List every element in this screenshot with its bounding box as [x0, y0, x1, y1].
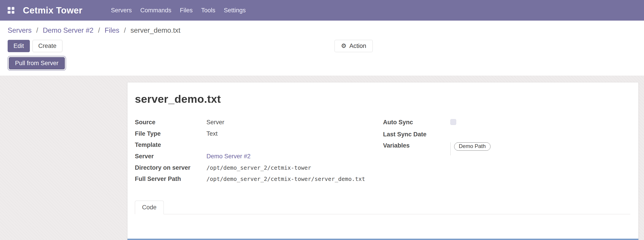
nav-item-commands[interactable]: Commands: [136, 0, 176, 21]
auto-sync-checkbox[interactable]: [450, 119, 456, 125]
content-area: server_demo.txt Source Server File Type …: [0, 76, 644, 240]
field-row-file-type: File Type Text: [135, 130, 373, 142]
breadcrumb-link-files[interactable]: Files: [104, 26, 119, 34]
field-row-server: Server Demo Server #2: [135, 153, 373, 165]
notebook-tabs: Code: [135, 201, 630, 214]
field-label-full-path: Full Server Path: [135, 176, 206, 187]
field-row-template: Template: [135, 142, 373, 153]
breadcrumb-separator: /: [98, 26, 100, 34]
form-sheet: server_demo.txt Source Server File Type …: [127, 82, 638, 240]
pull-from-server-button[interactable]: Pull from Server: [9, 57, 65, 69]
action-menu-label: Action: [350, 43, 366, 49]
variables-tags-field: Demo Path: [450, 142, 554, 155]
field-value-last-sync-date: [450, 131, 554, 143]
action-menu-button[interactable]: ⚙ Action: [334, 40, 373, 52]
apps-grid-square: [8, 11, 10, 14]
apps-grid-square: [12, 7, 14, 10]
breadcrumb-separator: /: [36, 26, 38, 34]
breadcrumb: Servers / Demo Server #2 / Files / serve…: [0, 21, 644, 34]
edit-button[interactable]: Edit: [8, 40, 30, 52]
field-label-server: Server: [135, 153, 206, 165]
nav-item-files[interactable]: Files: [176, 0, 197, 21]
field-label-template: Template: [135, 142, 206, 153]
top-navbar: Cetmix Tower Servers Commands Files Tool…: [0, 0, 644, 21]
field-label-file-type: File Type: [135, 130, 206, 142]
field-label-directory: Directory on server: [135, 165, 206, 176]
breadcrumb-link-servers[interactable]: Servers: [8, 26, 32, 34]
field-row-auto-sync: Auto Sync: [383, 119, 554, 131]
breadcrumb-separator: /: [124, 26, 126, 34]
notebook: Code: [135, 201, 630, 214]
field-row-source: Source Server: [135, 119, 373, 130]
field-group-right: Auto Sync Last Sync Date Variables Demo …: [383, 119, 554, 155]
record-actions-row: Pull from Server: [0, 52, 644, 76]
breadcrumb-current: server_demo.txt: [130, 26, 180, 34]
field-row-variables: Variables Demo Path: [383, 142, 554, 155]
field-label-last-sync-date: Last Sync Date: [383, 131, 450, 143]
nav-item-settings[interactable]: Settings: [220, 0, 250, 21]
field-row-directory: Directory on server /opt/demo_server_2/c…: [135, 165, 373, 176]
field-group-left: Source Server File Type Text Template Se…: [135, 119, 373, 187]
gear-icon: ⚙: [341, 43, 346, 49]
nav-item-tools[interactable]: Tools: [197, 0, 220, 21]
field-value-server-link[interactable]: Demo Server #2: [206, 153, 251, 160]
breadcrumb-link-demo-server-2[interactable]: Demo Server #2: [43, 26, 94, 34]
tab-code[interactable]: Code: [135, 201, 164, 214]
app-brand[interactable]: Cetmix Tower: [23, 5, 82, 15]
field-value-source: Server: [206, 119, 373, 130]
field-label-auto-sync: Auto Sync: [383, 119, 450, 131]
variable-tag-demo-path[interactable]: Demo Path: [454, 142, 490, 151]
field-row-last-sync-date: Last Sync Date: [383, 131, 554, 143]
field-value-file-type: Text: [206, 130, 373, 142]
field-label-variables: Variables: [383, 142, 450, 155]
apps-grid-square: [12, 11, 14, 14]
apps-grid-icon[interactable]: [8, 7, 14, 14]
control-panel-buttons: Edit Create ⚙ Action: [0, 34, 644, 52]
create-button[interactable]: Create: [32, 40, 62, 52]
nav-item-servers[interactable]: Servers: [106, 0, 136, 21]
field-row-full-path: Full Server Path /opt/demo_server_2/cetm…: [135, 176, 373, 187]
field-value-template: [206, 142, 373, 153]
apps-grid-square: [8, 7, 10, 10]
nav-menu: Servers Commands Files Tools Settings: [106, 0, 250, 21]
code-editor-top-edge: [128, 239, 638, 240]
record-title: server_demo.txt: [135, 93, 630, 105]
field-value-full-path: /opt/demo_server_2/cetmix-tower/server_d…: [206, 176, 365, 182]
field-value-directory: /opt/demo_server_2/cetmix-tower: [206, 165, 311, 171]
field-groups: Source Server File Type Text Template Se…: [135, 119, 630, 187]
field-label-source: Source: [135, 119, 206, 130]
